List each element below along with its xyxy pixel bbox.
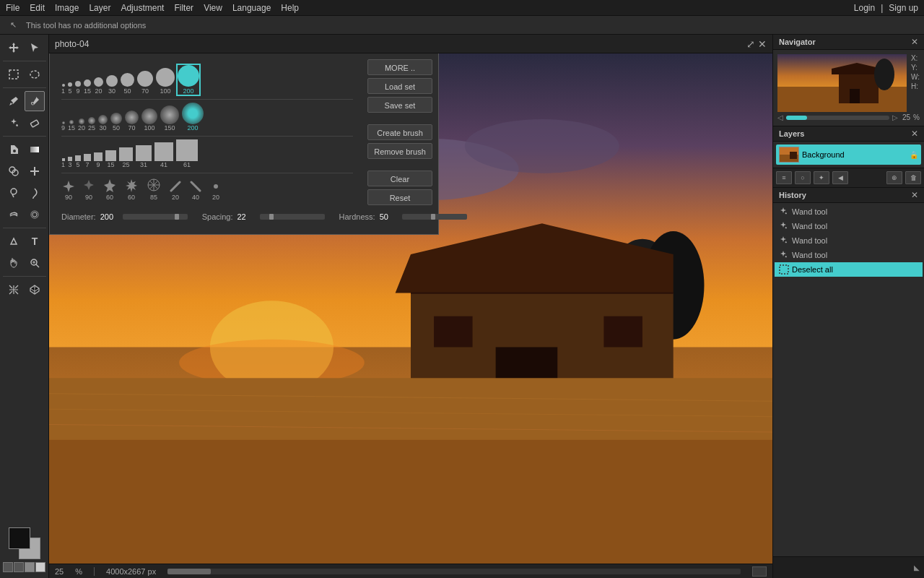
star8-brush[interactable]: 60 xyxy=(123,178,139,201)
sq-brush-1[interactable]: 1 xyxy=(61,158,65,168)
menu-view[interactable]: View xyxy=(204,3,222,13)
eyedropper-tool[interactable] xyxy=(4,91,24,111)
horizontal-scrollbar[interactable] xyxy=(167,569,741,574)
soft-brush-30[interactable]: 30 xyxy=(98,115,108,131)
soft-brush-15[interactable]: 15 xyxy=(68,120,75,131)
color-grid-btn-2[interactable] xyxy=(14,562,24,572)
sq-brush-41[interactable]: 41 xyxy=(154,142,173,168)
color-grid-btn-1[interactable] xyxy=(3,562,13,572)
brush-5[interactable]: 5 xyxy=(68,82,72,95)
brush-50[interactable]: 50 xyxy=(121,73,134,95)
diameter-slider[interactable] xyxy=(123,214,188,220)
arrow-tool[interactable] xyxy=(25,38,45,58)
soft-brush-200[interactable]: 200 xyxy=(182,103,204,131)
nav-zoom-slider[interactable] xyxy=(786,116,889,120)
history-close-icon[interactable]: ✕ xyxy=(911,190,918,200)
menu-image[interactable]: Image xyxy=(55,3,79,13)
spacing-slider[interactable] xyxy=(260,214,325,220)
star4-brush[interactable]: 90 xyxy=(61,179,76,201)
foreground-color-swatch[interactable] xyxy=(9,527,30,549)
menu-adjustment[interactable]: Adjustment xyxy=(121,3,164,13)
menu-filter[interactable]: Filter xyxy=(174,3,193,13)
navigator-close-icon[interactable]: ✕ xyxy=(911,37,918,47)
color-grid-btn-4[interactable] xyxy=(35,562,45,572)
login-link[interactable]: Login xyxy=(854,3,875,13)
move-tool[interactable] xyxy=(4,38,24,58)
maximize-icon[interactable]: ⤢ xyxy=(746,38,755,50)
brush-15[interactable]: 15 xyxy=(84,79,91,95)
sq-brush-15[interactable]: 15 xyxy=(105,150,116,168)
rect-select-tool[interactable] xyxy=(4,64,24,85)
layers-duplicate-btn[interactable]: ⊕ xyxy=(886,171,902,184)
soft-brush-100[interactable]: 100 xyxy=(141,108,157,131)
menu-help[interactable]: Help xyxy=(281,3,299,13)
history-item-4[interactable]: Wand tool xyxy=(775,248,923,262)
burn-tool[interactable] xyxy=(25,183,45,203)
soft-brush-50[interactable]: 50 xyxy=(110,113,122,131)
save-set-button[interactable]: Save set xyxy=(367,97,432,113)
fill-tool[interactable] xyxy=(4,139,24,160)
menu-layer[interactable]: Layer xyxy=(89,3,110,13)
menu-language[interactable]: Language xyxy=(232,3,271,13)
dodge-tool[interactable] xyxy=(4,183,24,203)
brush-100[interactable]: 100 xyxy=(156,68,175,95)
zoom-canvas-tool[interactable] xyxy=(25,253,45,273)
lasso-tool[interactable] xyxy=(25,64,45,85)
layers-fx-btn[interactable]: ✦ xyxy=(814,171,829,184)
star6-brush[interactable]: 90 xyxy=(82,179,96,201)
hand-tool[interactable] xyxy=(4,253,24,273)
star12-brush[interactable]: 85 xyxy=(145,176,162,201)
menu-edit[interactable]: Edit xyxy=(30,3,45,13)
3d-tool[interactable] xyxy=(25,280,45,300)
soft-brush-20[interactable]: 20 xyxy=(78,118,85,131)
brush-9[interactable]: 9 xyxy=(75,81,81,95)
color-grid-btn-3[interactable] xyxy=(25,562,35,572)
layers-close-icon[interactable]: ✕ xyxy=(911,129,918,139)
star5-brush[interactable]: 60 xyxy=(102,178,118,201)
blur-tool[interactable] xyxy=(25,204,45,225)
slash-brush[interactable]: 20 xyxy=(168,179,183,201)
smudge-tool[interactable] xyxy=(4,204,24,225)
brush-30[interactable]: 30 xyxy=(106,75,118,95)
history-item-5[interactable]: Deselect all xyxy=(775,262,923,277)
load-set-button[interactable]: Load set xyxy=(367,78,432,94)
layers-menu-btn[interactable]: ≡ xyxy=(776,171,792,184)
gradient-tool[interactable] xyxy=(25,139,45,160)
backslash-brush[interactable]: 40 xyxy=(188,179,203,201)
sq-brush-7[interactable]: 7 xyxy=(84,154,91,168)
sq-brush-9[interactable]: 9 xyxy=(94,152,103,168)
transform-tool[interactable] xyxy=(4,280,24,300)
zoom-out-icon[interactable]: ◁ xyxy=(777,113,783,121)
brush-20[interactable]: 20 xyxy=(94,77,103,95)
clear-button[interactable]: Clear xyxy=(367,171,432,186)
layer-item-background[interactable]: Background 🔒 xyxy=(776,144,921,165)
eraser-tool[interactable] xyxy=(25,113,45,133)
layers-mask-btn[interactable]: ○ xyxy=(795,171,811,184)
brush-tool[interactable] xyxy=(25,91,45,111)
soft-brush-70[interactable]: 70 xyxy=(125,111,139,131)
clone-tool[interactable] xyxy=(4,161,24,181)
scrollbar-thumb[interactable] xyxy=(167,569,211,574)
dot-small-brush[interactable]: 20 xyxy=(209,179,223,201)
close-canvas-icon[interactable]: ✕ xyxy=(758,38,767,50)
sq-brush-3[interactable]: 3 xyxy=(68,157,72,168)
history-item-1[interactable]: Wand tool xyxy=(775,204,923,219)
brush-1[interactable]: 1 xyxy=(61,84,65,95)
layers-group-btn[interactable]: ◀ xyxy=(832,171,848,184)
sq-brush-61[interactable]: 61 xyxy=(176,139,198,168)
sq-brush-5[interactable]: 5 xyxy=(75,155,81,168)
soft-brush-25[interactable]: 25 xyxy=(88,117,95,131)
sq-brush-25[interactable]: 25 xyxy=(119,147,133,168)
menu-file[interactable]: File xyxy=(6,3,19,13)
layers-delete-btn[interactable]: 🗑 xyxy=(905,171,921,184)
brush-200-selected[interactable]: 200 xyxy=(178,65,199,95)
soft-brush-9[interactable]: 9 xyxy=(61,121,65,131)
sq-brush-31[interactable]: 31 xyxy=(136,145,152,168)
hardness-slider[interactable] xyxy=(402,214,467,220)
history-item-3[interactable]: Wand tool xyxy=(775,233,923,248)
zoom-in-icon[interactable]: ▷ xyxy=(892,113,898,121)
more-button[interactable]: MORE .. xyxy=(367,59,432,75)
text-tool[interactable]: T xyxy=(25,231,45,251)
magic-wand-tool[interactable] xyxy=(4,113,24,133)
history-item-2[interactable]: Wand tool xyxy=(775,219,923,233)
